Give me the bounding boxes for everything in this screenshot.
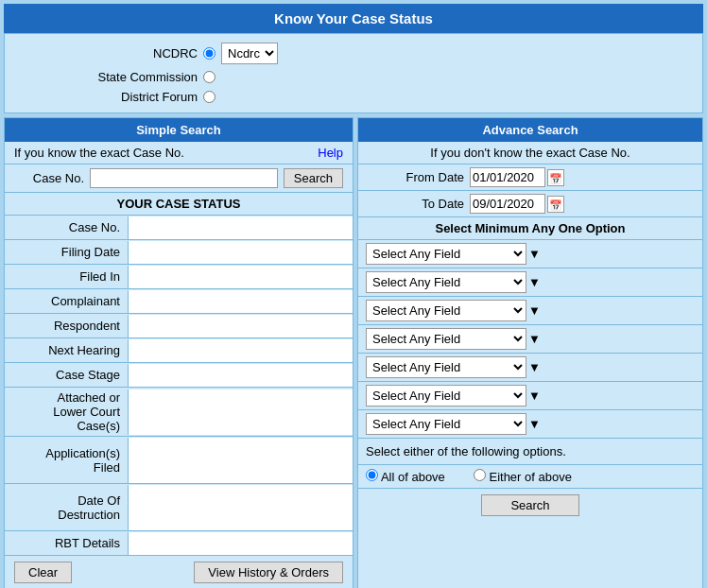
- top-section: NCDRC Ncdrc State Commission District Fo…: [4, 33, 703, 113]
- simple-search-button[interactable]: Search: [284, 168, 343, 188]
- to-date-label: To Date: [366, 197, 470, 211]
- either-radio[interactable]: [474, 469, 486, 481]
- case-stage-row: Case Stage: [5, 363, 353, 388]
- adv-select-5[interactable]: Select Any Field: [366, 356, 526, 378]
- either-radio-label: Either of above: [489, 470, 571, 484]
- main-panels: Simple Search If you know the exact Case…: [4, 117, 703, 588]
- respondent-label: Respondent: [5, 316, 128, 336]
- applications-label: Application(s)Filed: [5, 443, 128, 477]
- help-link[interactable]: Help: [318, 146, 343, 160]
- page-title: Know Your Case Status: [4, 4, 703, 33]
- rbt-details-label: RBT Details: [5, 533, 128, 553]
- result-case-no-value: [128, 216, 353, 239]
- to-date-input[interactable]: [470, 194, 545, 214]
- date-destruction-label: Date OfDestruction: [5, 491, 128, 525]
- applications-row: Application(s)Filed: [5, 437, 353, 484]
- state-commission-label: State Commission: [14, 70, 203, 84]
- adv-select-row-3: Select Any Field ▼: [358, 297, 702, 325]
- history-orders-button[interactable]: View History & Orders: [194, 562, 343, 583]
- filing-date-label: Filing Date: [5, 242, 128, 262]
- next-hearing-row: Next Hearing: [5, 338, 353, 363]
- date-destruction-value: [128, 485, 353, 530]
- ncdrc-label: NCDRC: [14, 46, 203, 61]
- advance-hint: If you don't know the exact Case No.: [358, 142, 702, 164]
- adv-select-row-2: Select Any Field ▼: [358, 268, 702, 297]
- ncdrc-radio[interactable]: [203, 47, 216, 60]
- filing-date-row: Filing Date: [5, 240, 353, 265]
- caseno-row: Case No. Search: [5, 164, 353, 193]
- complainant-value: [128, 290, 353, 313]
- adv-select-row-5: Select Any Field ▼: [358, 354, 702, 382]
- all-radio-label: All of above: [381, 470, 445, 484]
- advance-search-title: Advance Search: [358, 118, 702, 142]
- adv-select-7[interactable]: Select Any Field: [366, 413, 526, 435]
- status-title: YOUR CASE STATUS: [5, 193, 353, 216]
- caseno-label: Case No.: [14, 171, 90, 185]
- all-of-above-option[interactable]: All of above: [366, 469, 445, 484]
- from-date-calendar-icon[interactable]: 📅: [547, 169, 564, 186]
- simple-search-panel: Simple Search If you know the exact Case…: [4, 117, 354, 588]
- adv-dropdown-icon-1: ▼: [528, 247, 541, 261]
- state-commission-row: State Commission: [14, 67, 693, 87]
- attached-court-label: Attached orLower CourtCase(s): [5, 388, 128, 436]
- adv-select-2[interactable]: Select Any Field: [366, 271, 526, 293]
- option-title: Select Minimum Any One Option: [358, 217, 702, 240]
- adv-select-row-1: Select Any Field ▼: [358, 240, 702, 268]
- rbt-details-row: RBT Details: [5, 531, 353, 556]
- rbt-details-value: [128, 532, 353, 555]
- caseno-input[interactable]: [90, 168, 278, 188]
- case-stage-label: Case Stage: [5, 365, 128, 385]
- date-destruction-row: Date OfDestruction: [5, 484, 353, 531]
- respondent-value: [128, 315, 353, 337]
- all-radio[interactable]: [366, 469, 378, 481]
- respondent-row: Respondent: [5, 314, 353, 338]
- adv-select-1[interactable]: Select Any Field: [366, 243, 526, 265]
- district-forum-label: District Forum: [14, 90, 203, 104]
- applications-value: [128, 438, 353, 483]
- either-of-above-option[interactable]: Either of above: [474, 469, 572, 484]
- from-date-input[interactable]: [470, 167, 545, 187]
- clear-button[interactable]: Clear: [14, 562, 72, 583]
- adv-dropdown-icon-5: ▼: [528, 360, 541, 374]
- filed-in-value: [128, 266, 353, 288]
- adv-select-4[interactable]: Select Any Field: [366, 328, 526, 350]
- either-text: Select either of the following options.: [366, 444, 566, 458]
- district-forum-row: District Forum: [14, 87, 693, 107]
- filing-date-value: [128, 241, 353, 264]
- simple-help-row: If you know the exact Case No. Help: [5, 142, 353, 164]
- filed-in-label: Filed In: [5, 267, 128, 286]
- complainant-row: Complainant: [5, 289, 353, 314]
- district-forum-radio[interactable]: [203, 91, 216, 103]
- to-date-row: To Date 📅: [358, 191, 702, 217]
- ncdrc-select[interactable]: Ncdrc: [221, 43, 278, 64]
- advance-search-panel: Advance Search If you don't know the exa…: [357, 117, 703, 588]
- simple-hint-text: If you know the exact Case No.: [14, 146, 184, 160]
- adv-select-row-4: Select Any Field ▼: [358, 325, 702, 354]
- main-container: Know Your Case Status NCDRC Ncdrc State …: [0, 0, 707, 588]
- filed-in-row: Filed In: [5, 265, 353, 289]
- adv-dropdown-icon-4: ▼: [528, 332, 541, 346]
- from-date-row: From Date 📅: [358, 164, 702, 191]
- advance-search-button[interactable]: Search: [481, 494, 578, 516]
- to-date-calendar-icon[interactable]: 📅: [547, 196, 564, 213]
- adv-select-row-7: Select Any Field ▼: [358, 410, 702, 439]
- adv-select-row-6: Select Any Field ▼: [358, 382, 702, 410]
- attached-court-row: Attached orLower CourtCase(s): [5, 388, 353, 437]
- adv-dropdown-icon-7: ▼: [528, 417, 541, 431]
- simple-search-title: Simple Search: [5, 118, 353, 142]
- adv-dropdown-icon-3: ▼: [528, 303, 541, 318]
- next-hearing-value: [128, 339, 353, 362]
- result-case-no-label: Case No.: [5, 217, 128, 237]
- adv-select-3[interactable]: Select Any Field: [366, 300, 526, 321]
- case-stage-value: [128, 364, 353, 387]
- from-date-label: From Date: [366, 170, 470, 184]
- advance-search-btn-row: Search: [358, 489, 702, 522]
- radio-options-row: All of above Either of above: [358, 465, 702, 489]
- simple-buttons: Clear View History & Orders: [5, 556, 353, 588]
- ncdrc-row: NCDRC Ncdrc: [14, 40, 693, 67]
- state-commission-radio[interactable]: [203, 71, 216, 83]
- complainant-label: Complainant: [5, 291, 128, 311]
- adv-dropdown-icon-6: ▼: [528, 389, 541, 403]
- adv-select-6[interactable]: Select Any Field: [366, 385, 526, 406]
- attached-court-value: [128, 389, 353, 435]
